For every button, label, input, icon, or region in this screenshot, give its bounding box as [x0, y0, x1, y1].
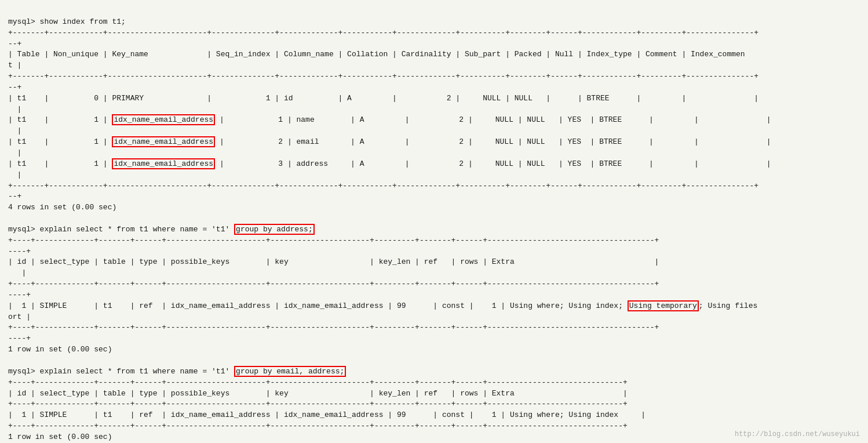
data-row-2-cont: |: [8, 126, 21, 135]
command-line-1: mysql> show index from t1;: [8, 17, 126, 26]
explain-data-1-cont: ort |: [8, 313, 31, 321]
border-1: +-------+------------+------------------…: [8, 28, 758, 37]
explain2-border-2: +----+-------------+-------+------+-----…: [8, 400, 628, 408]
explain-data-1: | 1 | SIMPLE | t1 | ref | idx_name_email…: [8, 300, 757, 311]
explain-border-5: +----+-------------+-------+------+-----…: [8, 323, 659, 332]
data-row-1: | t1 | 0 | PRIMARY | 1 | id | A | 2 | NU…: [8, 94, 758, 103]
explain-border-3: +----+-------------+-------+------+-----…: [8, 279, 659, 288]
watermark: http://blog.csdn.net/wuseyukui: [735, 430, 860, 438]
highlight-idx-name-3: idx_name_email_address: [112, 158, 215, 169]
border-3: +-------+------------+------------------…: [8, 72, 758, 81]
highlight-using-temporary: Using temporary: [628, 300, 699, 311]
explain2-border-1: +----+-------------+-------+------+-----…: [8, 378, 628, 387]
explain-border-6: ----+: [8, 334, 31, 343]
row-count-3: 1 row in set (0.00 sec): [8, 433, 112, 441]
border-2: --+: [8, 39, 21, 48]
explain-header-cont: |: [8, 268, 26, 277]
explain2-header: | id | select_type | table | type | poss…: [8, 389, 628, 398]
highlight-idx-name-2: idx_name_email_address: [112, 136, 215, 147]
explain-border-1: +----+-------------+-------+------+-----…: [8, 236, 659, 245]
data-row-3: | t1 | 1 | idx_name_email_address | 2 | …: [8, 136, 771, 147]
explain-border-2: ----+: [8, 247, 31, 256]
explain-border-4: ----+: [8, 291, 31, 299]
command-line-3: mysql> explain select * from t1 where na…: [8, 366, 346, 377]
highlight-group-by-address: group by address;: [234, 224, 315, 235]
header-row-cont: t |: [8, 61, 21, 70]
command-line-2: mysql> explain select * from t1 where na…: [8, 224, 315, 235]
data-row-4-cont: |: [8, 170, 21, 179]
data-row-3-cont: |: [8, 148, 21, 157]
data-row-1-cont: |: [8, 105, 21, 114]
highlight-idx-name-1: idx_name_email_address: [112, 114, 215, 125]
highlight-group-by-email-address: group by email, address;: [234, 366, 346, 377]
border-6: --+: [8, 192, 21, 201]
data-row-2: | t1 | 1 | idx_name_email_address | 1 | …: [8, 114, 771, 125]
explain-header: | id | select_type | table | type | poss…: [8, 257, 659, 266]
row-count-1: 4 rows in set (0.00 sec): [8, 203, 116, 212]
terminal-output: mysql> show index from t1; +-------+----…: [8, 6, 860, 443]
border-5: +-------+------------+------------------…: [8, 181, 758, 190]
row-count-2: 1 row in set (0.00 sec): [8, 345, 112, 354]
explain2-border-3: +----+-------------+-------+------+-----…: [8, 422, 628, 430]
explain2-data-1: | 1 | SIMPLE | t1 | ref | idx_name_email…: [8, 411, 645, 419]
border-4: --+: [8, 83, 21, 92]
header-row: | Table | Non_unique | Key_name | Seq_in…: [8, 50, 745, 59]
data-row-4: | t1 | 1 | idx_name_email_address | 3 | …: [8, 158, 771, 169]
